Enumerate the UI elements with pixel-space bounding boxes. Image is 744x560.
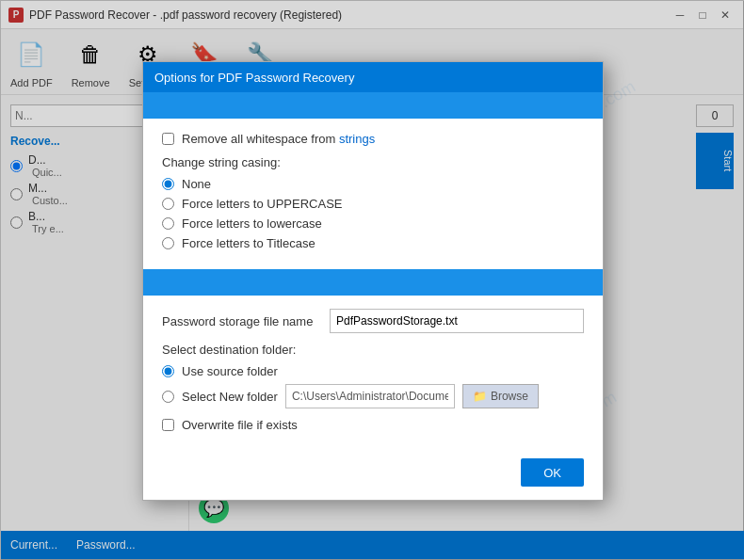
storage-file-row: Password storage file name	[162, 309, 584, 333]
app-window: P PDF Password Recover - .pdf password r…	[0, 0, 744, 560]
new-folder-row: Select New folder 📁 Browse	[162, 384, 584, 408]
dialog-separator-top	[143, 92, 603, 119]
casing-label: Change string casing:	[162, 155, 584, 169]
browse-button[interactable]: 📁 Browse	[462, 384, 539, 408]
dialog-body-bottom: Password storage file name Select destin…	[143, 296, 603, 458]
overwrite-row: Overwrite file if exists	[162, 418, 584, 432]
remove-whitespace-checkbox[interactable]	[162, 133, 174, 145]
overwrite-label[interactable]: Overwrite file if exists	[182, 418, 298, 432]
dialog-title: Options for PDF Password Recovery	[154, 71, 354, 85]
casing-lower-label[interactable]: Force letters to lowercase	[182, 216, 322, 231]
casing-none-row[interactable]: None	[162, 177, 584, 191]
source-folder-label[interactable]: Use source folder	[182, 364, 278, 378]
dialog-footer: OK	[143, 458, 603, 500]
dialog-title-bar: Options for PDF Password Recovery	[143, 62, 603, 92]
browse-icon: 📁	[473, 390, 487, 403]
casing-upper-radio[interactable]	[162, 198, 174, 210]
casing-upper-row[interactable]: Force letters to UPPERCASE	[162, 197, 584, 211]
storage-file-input[interactable]	[330, 309, 584, 333]
casing-none-radio[interactable]	[162, 178, 174, 190]
dialog-overlay: Options for PDF Password Recovery Remove…	[1, 1, 744, 560]
remove-whitespace-label[interactable]: Remove all whitespace from strings	[182, 132, 375, 146]
new-folder-radio[interactable]	[162, 391, 174, 403]
source-radio-row[interactable]: Use source folder	[162, 364, 584, 378]
remove-whitespace-row: Remove all whitespace from strings	[162, 132, 584, 146]
overwrite-checkbox[interactable]	[162, 419, 174, 431]
casing-lower-radio[interactable]	[162, 217, 174, 230]
new-folder-label[interactable]: Select New folder	[182, 390, 278, 404]
casing-title-row[interactable]: Force letters to Titlecase	[162, 236, 584, 250]
casing-none-label[interactable]: None	[182, 177, 211, 191]
options-dialog: Options for PDF Password Recovery Remove…	[142, 61, 604, 501]
folder-path-input[interactable]	[285, 384, 455, 408]
browse-label: Browse	[491, 390, 528, 403]
casing-title-radio[interactable]	[162, 237, 174, 249]
dialog-separator-middle	[143, 269, 603, 296]
storage-file-label: Password storage file name	[162, 314, 322, 328]
source-folder-radio[interactable]	[162, 365, 174, 377]
ok-button[interactable]: OK	[521, 458, 584, 487]
casing-upper-label[interactable]: Force letters to UPPERCASE	[182, 197, 343, 211]
casing-title-label[interactable]: Force letters to Titlecase	[182, 236, 315, 250]
dest-folder-label: Select destination folder:	[162, 343, 584, 357]
casing-lower-row[interactable]: Force letters to lowercase	[162, 216, 584, 231]
dialog-body-top: Remove all whitespace from strings Chang…	[143, 119, 603, 269]
